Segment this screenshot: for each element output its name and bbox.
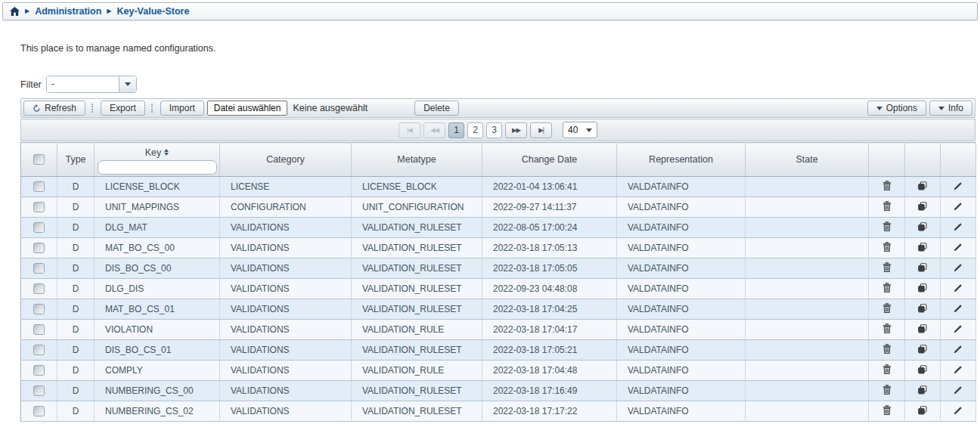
copy-icon[interactable] [918,222,927,231]
pencil-icon[interactable] [954,304,963,313]
pencil-icon[interactable] [954,324,963,333]
trash-icon[interactable] [882,221,892,231]
row-checkbox[interactable] [33,304,45,314]
copy-icon[interactable] [918,385,927,395]
pencil-icon[interactable] [954,385,963,395]
copy-icon[interactable] [918,304,927,313]
pencil-icon[interactable] [954,365,963,374]
import-button[interactable]: Import [160,101,204,116]
first-page-button[interactable]: |◀ [399,122,420,138]
trash-icon[interactable] [882,201,892,211]
export-button[interactable]: Export [101,101,145,116]
page-button-3[interactable]: 3 [486,122,502,138]
trash-icon[interactable] [882,405,892,415]
row-checkbox[interactable] [33,406,45,416]
row-checkbox[interactable] [33,283,45,294]
trash-icon[interactable] [882,385,892,395]
filter-select[interactable]: - [46,76,137,93]
action-edit-cell [941,361,976,381]
delete-button[interactable]: Delete [414,101,459,116]
sort-icon[interactable] [164,149,169,156]
copy-icon[interactable] [918,181,927,190]
row-checkbox[interactable] [33,263,45,274]
cell-state [746,361,869,381]
row-checkbox[interactable] [33,385,45,396]
trash-icon[interactable] [882,344,892,354]
chevron-down-icon [876,107,882,110]
cell-type: D [57,320,95,340]
cell-change-date: 2022-09-23 04:48:08 [482,279,617,299]
cell-representation: VALDATAINFO [617,320,746,340]
action-edit-cell [941,177,976,197]
trash-icon[interactable] [882,262,892,272]
action-edit-cell [941,401,976,422]
trash-icon[interactable] [882,364,892,374]
header-action-edit [941,143,976,177]
action-copy-cell [905,320,941,340]
action-copy-cell [905,177,941,197]
row-select-cell [21,258,57,279]
pencil-icon[interactable] [954,406,963,415]
pencil-icon[interactable] [954,263,963,272]
pencil-icon[interactable] [954,283,963,292]
trash-icon[interactable] [882,181,892,190]
cell-type: D [57,361,95,381]
file-choose-button[interactable]: Datei auswählen [207,101,288,116]
header-key-label[interactable]: Key [145,147,162,158]
copy-icon[interactable] [918,243,927,252]
copy-icon[interactable] [918,406,927,415]
copy-icon[interactable] [918,324,927,333]
action-edit-cell [941,381,976,401]
page-button-1[interactable]: 1 [448,122,464,138]
pencil-icon[interactable] [954,181,963,190]
pencil-icon[interactable] [954,202,963,211]
cell-state [746,197,869,218]
trash-icon[interactable] [882,283,892,292]
previous-page-button[interactable]: ◀◀ [423,122,445,138]
copy-icon[interactable] [918,283,927,292]
cell-state [746,258,869,279]
trash-icon[interactable] [882,323,892,333]
copy-icon[interactable] [918,202,927,211]
cell-metatype: LICENSE_BLOCK [352,177,482,197]
last-page-button[interactable]: ▶| [530,122,552,138]
cell-change-date: 2022-03-18 17:05:21 [482,340,617,361]
copy-icon[interactable] [918,263,927,272]
row-checkbox[interactable] [33,243,45,253]
cell-representation: VALDATAINFO [617,197,746,218]
row-checkbox[interactable] [33,222,45,233]
row-checkbox[interactable] [33,324,45,335]
home-icon[interactable] [10,7,20,16]
select-all-checkbox[interactable] [33,154,45,165]
breadcrumb-item-administration[interactable]: Administration [35,6,101,17]
pencil-icon[interactable] [954,345,963,354]
row-checkbox[interactable] [33,345,45,355]
cell-metatype: VALIDATION_RULESET [352,279,482,299]
page-button-2[interactable]: 2 [467,122,483,138]
trash-icon[interactable] [882,303,892,313]
page-size-select[interactable]: 40 [563,122,597,138]
row-checkbox[interactable] [33,202,45,212]
refresh-button[interactable]: Refresh [23,101,85,116]
header-key: Key [95,143,220,177]
info-button[interactable]: Info [929,101,972,116]
table-row: D LICENSE_BLOCK LICENSE LICENSE_BLOCK 20… [21,177,976,197]
cell-change-date: 2022-03-18 17:16:49 [482,381,617,401]
copy-icon[interactable] [918,345,927,354]
row-checkbox[interactable] [33,181,45,192]
copy-icon[interactable] [918,365,927,374]
row-checkbox[interactable] [33,365,45,376]
breadcrumb-item-key-value-store[interactable]: Key-Value-Store [117,6,190,17]
intro-text: This place is to manage named configurat… [20,43,980,54]
pencil-icon[interactable] [954,243,963,252]
cell-key: DLG_DIS [95,279,220,299]
table-row: D MAT_BO_CS_01 VALIDATIONS VALIDATION_RU… [21,299,976,320]
cell-state [746,238,869,258]
cell-representation: VALDATAINFO [617,238,746,258]
next-page-button[interactable]: ▶▶ [505,122,527,138]
trash-icon[interactable] [882,242,892,252]
filter-dropdown-button[interactable] [119,76,136,92]
pencil-icon[interactable] [954,222,963,231]
options-button[interactable]: Options [867,101,926,116]
key-filter-input[interactable] [98,160,217,175]
